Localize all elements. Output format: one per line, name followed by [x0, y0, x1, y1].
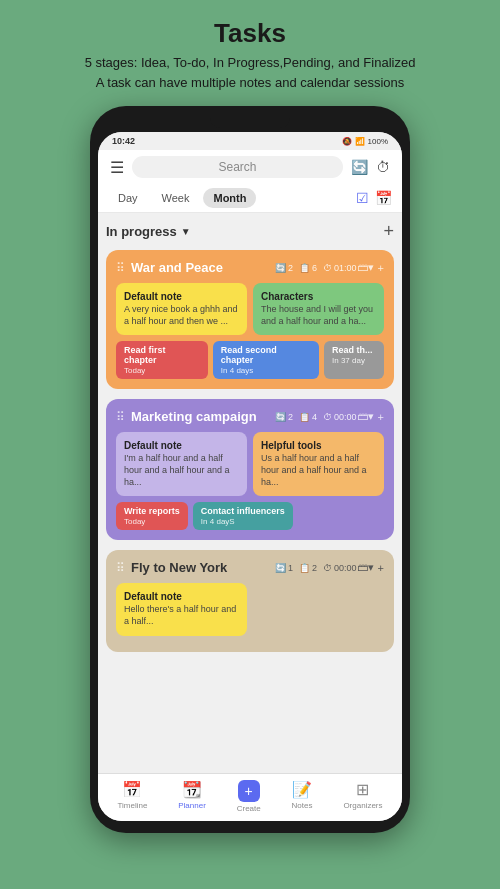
- briefcase-icon[interactable]: 🗃▾: [357, 410, 374, 423]
- phone-notch: [210, 118, 290, 128]
- session-badge-read-second[interactable]: Read second chapter In 4 days: [213, 341, 319, 379]
- nav-create[interactable]: + Create: [237, 780, 261, 813]
- add-task-button[interactable]: +: [383, 221, 394, 242]
- marketing-sessions: Write reports Today Contact influencers …: [116, 502, 384, 530]
- task-title-marketing: Marketing campaign: [131, 409, 275, 424]
- phone-screen: 10:42 🔕 📶 100% ☰ Search 🔄 ⏱ Day Week Mon…: [98, 132, 402, 821]
- marketing-notes: Default note I'm a half hour and a half …: [116, 432, 384, 496]
- page-header: Tasks 5 stages: Idea, To-do, In Progress…: [65, 0, 436, 102]
- drag-handle-icon: ⠿: [116, 561, 125, 575]
- page-title: Tasks: [85, 18, 416, 49]
- checkmark-view-icon[interactable]: ☑: [356, 190, 369, 206]
- note-card-characters[interactable]: Characters The house and I will get you …: [253, 283, 384, 335]
- planner-icon: 📆: [182, 780, 202, 799]
- note-card-default-fly[interactable]: Default note Hello there's a half hour a…: [116, 583, 247, 635]
- note-card-helpful-tools[interactable]: Helpful tools Us a half hour and a half …: [253, 432, 384, 496]
- tab-day[interactable]: Day: [108, 188, 148, 208]
- session-badge-read-third[interactable]: Read th... In 37 day: [324, 341, 384, 379]
- timeline-icon: 📅: [122, 780, 142, 799]
- task-add-icon[interactable]: +: [378, 562, 384, 574]
- drag-handle-icon: ⠿: [116, 261, 125, 275]
- tab-week[interactable]: Week: [152, 188, 200, 208]
- task-card-fly-to-new-york: ⠿ Fly to New York 🔄1 📋2 ⏱00:00 🗃▾ + Defa…: [106, 550, 394, 651]
- task-title-fly: Fly to New York: [131, 560, 275, 575]
- organizers-icon: ⊞: [356, 780, 369, 799]
- search-input[interactable]: Search: [132, 156, 343, 178]
- session-badge-write-reports[interactable]: Write reports Today: [116, 502, 188, 530]
- session-badge-read-first[interactable]: Read first chapter Today: [116, 341, 208, 379]
- drag-handle-icon: ⠿: [116, 410, 125, 424]
- task-meta: 🔄2 📋4 ⏱00:00: [275, 412, 357, 422]
- war-and-peace-notes: Default note A very nice book a ghhh and…: [116, 283, 384, 335]
- calendar-view-icon[interactable]: 📅: [375, 190, 392, 206]
- status-time: 10:42: [112, 136, 135, 146]
- status-bar: 10:42 🔕 📶 100%: [98, 132, 402, 150]
- note-title: Default note: [124, 591, 239, 602]
- task-actions: 🗃▾ +: [357, 561, 384, 574]
- note-card-default-marketing[interactable]: Default note I'm a half hour and a half …: [116, 432, 247, 496]
- task-card-header: ⠿ Fly to New York 🔄1 📋2 ⏱00:00 🗃▾ +: [116, 560, 384, 575]
- tab-icons: ☑ 📅: [356, 190, 392, 206]
- refresh-icon[interactable]: 🔄: [351, 159, 368, 175]
- task-card-header: ⠿ Marketing campaign 🔄2 📋4 ⏱00:00 🗃▾ +: [116, 409, 384, 424]
- section-label: In progress: [106, 224, 177, 239]
- page-subtitle: 5 stages: Idea, To-do, In Progress,Pendi…: [85, 53, 416, 92]
- task-meta: 🔄2 📋6 ⏱01:00: [275, 263, 357, 273]
- main-content: In progress ▼ + ⠿ War and Peace 🔄2 📋6 ⏱0…: [98, 213, 402, 773]
- task-card-marketing: ⠿ Marketing campaign 🔄2 📋4 ⏱00:00 🗃▾ + D…: [106, 399, 394, 540]
- fly-notes: Default note Hello there's a half hour a…: [116, 583, 384, 635]
- briefcase-icon[interactable]: 🗃▾: [357, 561, 374, 574]
- tab-month[interactable]: Month: [203, 188, 256, 208]
- task-add-icon[interactable]: +: [378, 262, 384, 274]
- task-add-icon[interactable]: +: [378, 411, 384, 423]
- task-actions: 🗃▾ +: [357, 410, 384, 423]
- task-card-war-and-peace: ⠿ War and Peace 🔄2 📋6 ⏱01:00 🗃▾ + Defaul…: [106, 250, 394, 389]
- task-title-war-and-peace: War and Peace: [131, 260, 275, 275]
- nav-planner[interactable]: 📆 Planner: [178, 780, 206, 813]
- notes-icon: 📝: [292, 780, 312, 799]
- note-title: Default note: [124, 440, 239, 451]
- section-dropdown[interactable]: In progress ▼: [106, 224, 191, 239]
- status-icons: 🔕 📶 100%: [342, 137, 388, 146]
- create-icon-box: +: [238, 780, 260, 802]
- war-and-peace-sessions: Read first chapter Today Read second cha…: [116, 341, 384, 379]
- note-card-default[interactable]: Default note A very nice book a ghhh and…: [116, 283, 247, 335]
- app-bar: ☰ Search 🔄 ⏱: [98, 150, 402, 184]
- note-title: Default note: [124, 291, 239, 302]
- timer-icon[interactable]: ⏱: [376, 159, 390, 175]
- nav-timeline[interactable]: 📅 Timeline: [117, 780, 147, 813]
- view-tabs: Day Week Month ☑ 📅: [98, 184, 402, 213]
- note-text: Hello there's a half hour and a half...: [124, 604, 239, 627]
- task-meta: 🔄1 📋2 ⏱00:00: [275, 563, 357, 573]
- section-header: In progress ▼ +: [106, 221, 394, 242]
- briefcase-icon[interactable]: 🗃▾: [357, 261, 374, 274]
- note-text: The house and I will get you and a half …: [261, 304, 376, 327]
- bottom-nav: 📅 Timeline 📆 Planner + Create 📝 Notes ⊞ …: [98, 773, 402, 821]
- task-card-header: ⠿ War and Peace 🔄2 📋6 ⏱01:00 🗃▾ +: [116, 260, 384, 275]
- nav-organizers[interactable]: ⊞ Organizers: [343, 780, 382, 813]
- task-actions: 🗃▾ +: [357, 261, 384, 274]
- note-text: Us a half hour and a half hour and a hal…: [261, 453, 376, 488]
- dropdown-arrow-icon: ▼: [181, 226, 191, 237]
- nav-notes[interactable]: 📝 Notes: [292, 780, 313, 813]
- phone-frame: 10:42 🔕 📶 100% ☰ Search 🔄 ⏱ Day Week Mon…: [90, 106, 410, 833]
- note-text: A very nice book a ghhh and a half hour …: [124, 304, 239, 327]
- hamburger-icon[interactable]: ☰: [110, 158, 124, 177]
- session-badge-contact-influencers[interactable]: Contact influencers In 4 dayS: [193, 502, 293, 530]
- note-text: I'm a half hour and a half hour and a ha…: [124, 453, 239, 488]
- app-bar-icons: 🔄 ⏱: [351, 159, 390, 175]
- note-title: Characters: [261, 291, 376, 302]
- note-title: Helpful tools: [261, 440, 376, 451]
